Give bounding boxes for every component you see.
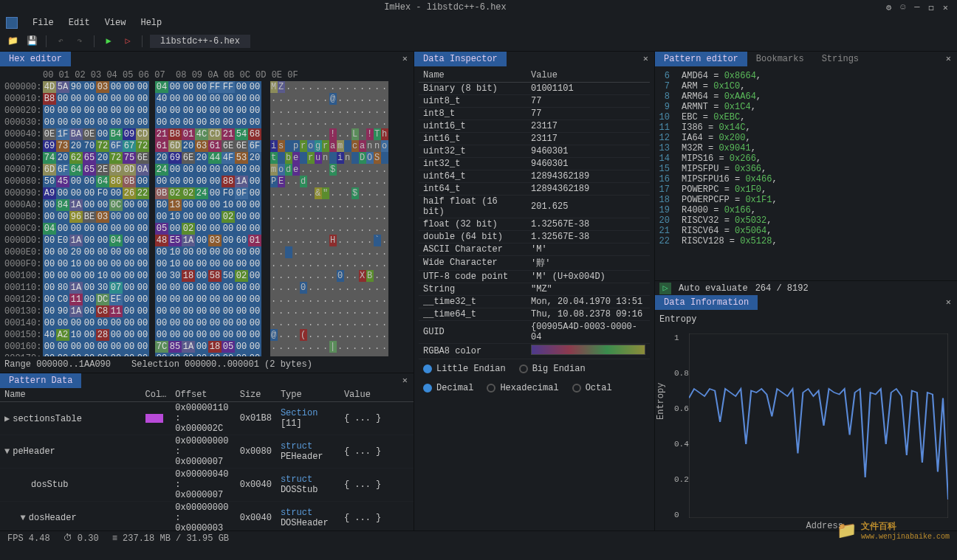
hex-byte[interactable]: 68: [248, 128, 261, 140]
hex-byte[interactable]: 11: [109, 305, 123, 317]
hex-byte[interactable]: 00: [222, 305, 235, 317]
hex-byte[interactable]: 6F: [56, 164, 69, 176]
hex-byte[interactable]: 00: [136, 235, 149, 246]
base-hexadecimal[interactable]: Hexadecimal: [487, 383, 558, 393]
hex-byte[interactable]: 11: [69, 294, 83, 305]
hex-byte[interactable]: 00: [43, 117, 56, 128]
hex-byte[interactable]: 04: [109, 235, 123, 246]
pd-row[interactable]: ▶sectionsTable0x00000110 : 0x000002C0x01…: [0, 402, 414, 435]
hex-byte[interactable]: 10: [168, 258, 182, 270]
hex-byte[interactable]: 00: [43, 270, 56, 282]
hex-byte[interactable]: 00: [248, 81, 261, 93]
hex-byte[interactable]: 00: [83, 117, 96, 128]
settings-icon[interactable]: ⚙: [886, 2, 891, 13]
hex-byte[interactable]: 90: [69, 81, 83, 93]
hex-byte[interactable]: E0: [56, 235, 69, 246]
hex-byte[interactable]: 00: [168, 282, 182, 294]
hex-byte[interactable]: 70: [83, 140, 96, 152]
menu-file[interactable]: File: [25, 16, 61, 30]
hex-byte[interactable]: 00: [43, 317, 56, 329]
hex-byte[interactable]: 00: [182, 305, 195, 317]
hex-byte[interactable]: 00: [195, 282, 208, 294]
hex-byte[interactable]: 00: [248, 93, 261, 105]
hex-byte[interactable]: 18: [182, 270, 195, 282]
hex-byte[interactable]: 00: [56, 105, 69, 117]
hex-byte[interactable]: CD: [136, 128, 149, 140]
hex-byte[interactable]: 00: [123, 246, 136, 258]
hex-byte[interactable]: 00: [222, 246, 235, 258]
hex-byte[interactable]: 00: [69, 105, 83, 117]
hex-byte[interactable]: 00: [222, 117, 235, 128]
hex-byte[interactable]: 00: [235, 93, 248, 105]
hex-byte[interactable]: 02: [182, 187, 195, 199]
hex-byte[interactable]: 00: [109, 223, 123, 235]
hex-byte[interactable]: 00: [69, 223, 83, 235]
hex-byte[interactable]: 00: [208, 317, 222, 329]
hex-byte[interactable]: 00: [168, 176, 182, 187]
hex-byte[interactable]: 00: [109, 341, 123, 353]
hex-byte[interactable]: 00: [168, 223, 182, 235]
hex-byte[interactable]: 00: [123, 117, 136, 128]
pd-col[interactable]: Col…: [141, 388, 171, 402]
hex-byte[interactable]: 00: [222, 93, 235, 105]
hex-byte[interactable]: 00: [182, 105, 195, 117]
hex-byte[interactable]: 00: [136, 282, 149, 294]
hex-byte[interactable]: 00: [195, 341, 208, 353]
hex-byte[interactable]: 00: [208, 223, 222, 235]
data-info-tab[interactable]: Data Information: [655, 295, 758, 310]
hex-byte[interactable]: 00: [235, 105, 248, 117]
hex-byte[interactable]: 00: [96, 93, 109, 105]
hex-byte[interactable]: 00: [43, 294, 56, 305]
hex-byte[interactable]: 00: [136, 117, 149, 128]
pd-col[interactable]: Type: [276, 388, 340, 402]
hex-byte[interactable]: 00: [155, 305, 168, 317]
hex-byte[interactable]: 05: [222, 341, 235, 353]
tab-pattern-editor[interactable]: Pattern editor: [655, 52, 747, 66]
hex-byte[interactable]: 10: [96, 270, 109, 282]
hex-byte[interactable]: 00: [96, 317, 109, 329]
hex-byte[interactable]: 00: [43, 105, 56, 117]
hex-byte[interactable]: 00: [43, 199, 56, 211]
hex-byte[interactable]: 75: [123, 152, 136, 164]
hex-byte[interactable]: 00: [43, 258, 56, 270]
hex-byte[interactable]: 00: [109, 211, 123, 223]
hex-byte[interactable]: 00: [235, 282, 248, 294]
hex-byte[interactable]: 00: [43, 235, 56, 246]
hex-byte[interactable]: 0E: [43, 128, 56, 140]
hex-byte[interactable]: 00: [56, 223, 69, 235]
hex-byte[interactable]: 00: [208, 294, 222, 305]
pd-row[interactable]: dosStub0x00000040 : 0x00000070x0040struc…: [0, 469, 414, 502]
hex-byte[interactable]: 00: [155, 282, 168, 294]
hex-byte[interactable]: CD: [208, 128, 222, 140]
hex-byte[interactable]: 10: [168, 211, 182, 223]
hex-byte[interactable]: 20: [195, 152, 208, 164]
hex-byte[interactable]: 01: [248, 235, 261, 246]
hex-byte[interactable]: 63: [195, 140, 208, 152]
hex-byte[interactable]: 00: [182, 176, 195, 187]
hex-byte[interactable]: 00: [182, 329, 195, 341]
hex-byte[interactable]: 00: [208, 211, 222, 223]
hex-byte[interactable]: 40: [43, 329, 56, 341]
help-icon[interactable]: ☺: [900, 2, 905, 13]
hex-byte[interactable]: 00: [83, 246, 96, 258]
hex-byte[interactable]: 4D: [43, 81, 56, 93]
hex-byte[interactable]: 00: [136, 329, 149, 341]
hex-byte[interactable]: 74: [43, 152, 56, 164]
hex-byte[interactable]: 00: [56, 341, 69, 353]
hex-byte[interactable]: 00: [182, 199, 195, 211]
hex-byte[interactable]: 00: [69, 270, 83, 282]
hex-byte[interactable]: 00: [96, 246, 109, 258]
hex-byte[interactable]: 00: [136, 341, 149, 353]
hex-byte[interactable]: 00: [248, 329, 261, 341]
tree-toggle-icon[interactable]: ▶: [4, 414, 10, 424]
hex-byte[interactable]: 00: [56, 317, 69, 329]
hex-byte[interactable]: 00: [248, 294, 261, 305]
hex-byte[interactable]: B8: [43, 93, 56, 105]
hex-byte[interactable]: 00: [248, 341, 261, 353]
hex-byte[interactable]: 00: [248, 199, 261, 211]
hex-byte[interactable]: 00: [248, 317, 261, 329]
hex-byte[interactable]: 00: [69, 187, 83, 199]
hex-byte[interactable]: 0C: [109, 199, 123, 211]
hex-byte[interactable]: 00: [208, 246, 222, 258]
hex-byte[interactable]: 07: [109, 282, 123, 294]
